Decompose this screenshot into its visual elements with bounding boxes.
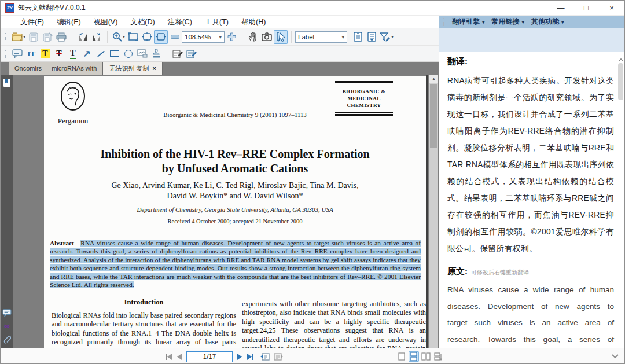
- chevron-up-icon[interactable]: [618, 58, 624, 62]
- next-view-icon[interactable]: [274, 353, 283, 361]
- filter-button[interactable]: ▾: [378, 30, 395, 44]
- tab-oncomirs[interactable]: Oncomirs — microRNAs with: [9, 62, 103, 75]
- menu-common-links[interactable]: 常用链接 ▾: [488, 17, 528, 27]
- zoom-in-button[interactable]: [225, 30, 238, 44]
- menu-view[interactable]: 视图(V): [87, 16, 124, 28]
- menu-tools[interactable]: 工具(T): [198, 16, 235, 28]
- paper-affiliation: Department of Chemistry, Georgia State U…: [44, 206, 426, 213]
- underline-tool-button[interactable]: T: [66, 47, 80, 61]
- status-bar: 1/17: [1, 348, 624, 364]
- zoom-level-value: 108.54%: [185, 34, 211, 41]
- comments-panel-icon[interactable]: [2, 309, 12, 317]
- rotate-left-button[interactable]: [76, 30, 90, 44]
- menu-edit[interactable]: 编辑(E): [50, 16, 87, 28]
- minimize-button[interactable]: —: [548, 1, 573, 15]
- hand-tool-button[interactable]: [246, 30, 260, 44]
- menu-other-functions-label: 其他功能: [531, 17, 559, 27]
- fit-page-button[interactable]: [154, 30, 168, 44]
- single-page-view-button[interactable]: [396, 351, 407, 362]
- bookmarks-panel-icon[interactable]: [2, 78, 12, 87]
- menu-annotate[interactable]: 注释(C): [161, 16, 198, 28]
- maximize-button[interactable]: □: [573, 1, 599, 15]
- last-page-icon[interactable]: [247, 354, 254, 360]
- highlight-tool-button[interactable]: T: [38, 47, 52, 61]
- open-file-button[interactable]: ▾: [10, 30, 27, 44]
- panel-scrollbar[interactable]: [617, 54, 624, 343]
- note-pencil-icon: [172, 49, 183, 58]
- chevron-down-icon: ▾: [219, 34, 222, 40]
- close-tab-icon[interactable]: ×: [152, 65, 156, 72]
- publisher-logo: Pergamon: [56, 81, 90, 126]
- strikeout-tool-button[interactable]: T: [52, 47, 66, 61]
- page-number-input[interactable]: 1/17: [186, 351, 233, 362]
- window-controls: — □ ×: [548, 1, 624, 15]
- edit-note-button[interactable]: [171, 47, 185, 61]
- paper-abstract[interactable]: Abstract—RNA viruses cause a wide range …: [50, 239, 421, 289]
- menu-document[interactable]: 文档(D): [124, 16, 161, 28]
- scrollbar-thumb[interactable]: [618, 63, 623, 100]
- pdf-page[interactable]: Pergamon Bioorganic & Medicinal Chemistr…: [44, 76, 426, 348]
- translation-text[interactable]: RNA病毒可引起多种人类疾病。开发针对这类病毒的新制剂是一个活跃的研究领域。为了…: [447, 72, 614, 257]
- menu-common-links-label: 常用链接: [492, 17, 520, 27]
- tab-unrecognized[interactable]: 无法识别 复制 ×: [103, 62, 163, 75]
- fit-visible-button[interactable]: [140, 30, 154, 44]
- masthead-line: MEDICINAL: [335, 95, 393, 102]
- abstract-label: Abstract—: [50, 240, 80, 247]
- edit-notes-list-button[interactable]: [185, 47, 198, 61]
- label-select[interactable]: Label ▾: [295, 31, 347, 43]
- rectangle-tool-button[interactable]: [108, 47, 122, 61]
- stamp-tool-button[interactable]: [149, 47, 163, 61]
- chevron-down-icon: ▾: [482, 19, 485, 25]
- two-page-view-button[interactable]: [421, 351, 431, 362]
- divider: [72, 31, 72, 43]
- continuous-view-button[interactable]: [409, 351, 419, 362]
- chevron-down-icon: ▾: [123, 34, 125, 39]
- zoom-tool-button[interactable]: ▾: [111, 30, 126, 44]
- arrow-tool-button[interactable]: ↗: [80, 47, 94, 61]
- rotate-right-button[interactable]: [90, 30, 104, 44]
- select-tool-button[interactable]: [274, 30, 288, 44]
- minus-icon: [171, 35, 179, 39]
- text-annotation-tool-button[interactable]: IT: [24, 47, 38, 61]
- save-as-button[interactable]: [41, 30, 54, 44]
- comment-tool-button[interactable]: [10, 47, 24, 61]
- hand-icon: [248, 32, 258, 42]
- document-tab-bar: Oncomirs — microRNAs with 无法识别 复制 ×: [1, 62, 439, 75]
- ellipse-tool-button[interactable]: [122, 47, 135, 61]
- save-button[interactable]: [27, 30, 41, 44]
- folder-icon: [12, 32, 23, 42]
- two-page-continuous-button[interactable]: [433, 351, 443, 362]
- next-labeled-doc-button[interactable]: [365, 30, 378, 44]
- panel-scroll-down[interactable]: [612, 351, 619, 361]
- next-page-icon[interactable]: [237, 354, 242, 360]
- paperclip-icon[interactable]: [3, 335, 11, 344]
- annotation-toolbar: IT T T T ↗: [1, 46, 439, 62]
- prev-labeled-doc-button[interactable]: [351, 30, 365, 44]
- scrollbar-thumb[interactable]: [430, 84, 438, 148]
- printer-icon: [56, 32, 67, 42]
- continuous-page-icon: [410, 352, 417, 361]
- zoom-level-select[interactable]: 108.54% ▾: [182, 31, 225, 43]
- first-page-icon[interactable]: [165, 354, 172, 360]
- menu-translate-engine[interactable]: 翻译引擎 ▾: [448, 17, 488, 27]
- scroll-up-icon[interactable]: ▲: [429, 75, 438, 83]
- link-panel-icon[interactable]: ∞: [4, 322, 10, 330]
- app-logo-icon: ZY: [5, 3, 14, 13]
- document-scrollbar[interactable]: ▲: [429, 75, 438, 348]
- underline-icon: T: [70, 49, 75, 59]
- menu-bar: 文件(F) 编辑(E) 视图(V) 文档(D) 注释(C) 工具(T) 帮助(H…: [1, 16, 439, 28]
- print-button[interactable]: [54, 30, 68, 44]
- line-tool-button[interactable]: [94, 47, 108, 61]
- floppy-save-icon: [29, 32, 38, 42]
- snapshot-button[interactable]: [260, 30, 274, 44]
- zoom-out-button[interactable]: [168, 30, 182, 44]
- menu-help[interactable]: 帮助(H): [235, 16, 272, 28]
- attach-image-button[interactable]: [135, 47, 149, 61]
- previous-view-icon[interactable]: [260, 353, 270, 361]
- menu-file[interactable]: 文件(F): [14, 16, 50, 28]
- menu-other-functions[interactable]: 其他功能 ▾: [528, 17, 568, 27]
- close-button[interactable]: ×: [599, 1, 624, 15]
- previous-page-icon[interactable]: [177, 354, 182, 360]
- fit-width-button[interactable]: [126, 30, 140, 44]
- rotate-left-icon: [78, 32, 88, 42]
